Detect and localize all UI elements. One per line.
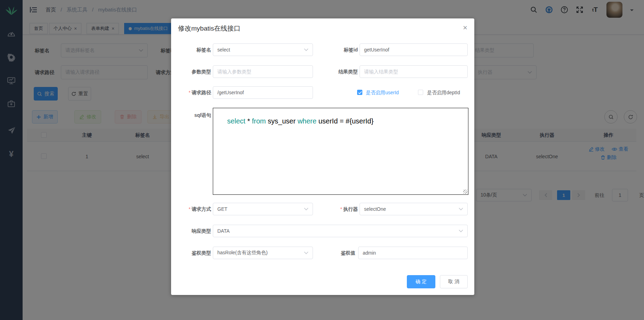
sql-keyword: select xyxy=(227,117,245,125)
auth-value-value[interactable] xyxy=(363,250,463,256)
request-path-input[interactable] xyxy=(213,86,313,99)
executor-label: *执行器 xyxy=(317,203,358,215)
required-asterisk: * xyxy=(189,206,191,212)
sql-text: * xyxy=(245,117,252,125)
request-path-value[interactable] xyxy=(217,90,308,95)
cancel-button[interactable]: 取 消 xyxy=(440,275,468,288)
sql-keyword: from xyxy=(252,117,266,125)
chevron-down-icon xyxy=(459,230,463,232)
auth-type-value[interactable] xyxy=(217,250,304,256)
response-type-label: 响应类型 xyxy=(175,225,211,237)
param-type-input[interactable] xyxy=(213,65,313,78)
enable-deptid-label[interactable]: 是否启用deptId xyxy=(427,86,460,99)
request-method-select[interactable] xyxy=(213,203,313,215)
request-path-label: *请求路径 xyxy=(175,86,211,99)
chevron-down-icon xyxy=(304,48,308,51)
chevron-down-icon xyxy=(459,208,463,210)
enable-userid-label[interactable]: 是否启用userId xyxy=(366,86,399,99)
param-type-value[interactable] xyxy=(217,69,308,74)
sql-keyword: where xyxy=(298,117,316,125)
chevron-down-icon xyxy=(304,251,308,254)
result-type-input[interactable] xyxy=(360,65,468,78)
enable-userid-checkbox[interactable] xyxy=(357,90,362,95)
dialog-title: 修改mybatis在线接口 xyxy=(178,24,240,33)
response-type-select[interactable] xyxy=(213,225,468,237)
chevron-down-icon xyxy=(304,208,308,210)
result-type-value[interactable] xyxy=(364,69,463,74)
tag-name-label: 标签名 xyxy=(175,43,211,56)
response-type-value[interactable] xyxy=(217,228,459,234)
sql-label: sql语句 xyxy=(175,109,211,121)
tag-id-input[interactable] xyxy=(360,43,468,56)
confirm-button[interactable]: 确 定 xyxy=(407,275,435,288)
dialog-close-icon[interactable]: × xyxy=(463,24,467,32)
edit-mybatis-dialog: 修改mybatis在线接口 × 标签名 标签id 参数类型 结果类型 *请求路径 xyxy=(171,18,474,295)
tag-name-select[interactable] xyxy=(213,43,313,56)
auth-value-label: 鉴权值 xyxy=(317,247,355,259)
executor-value[interactable] xyxy=(364,206,459,212)
request-method-value[interactable] xyxy=(217,206,304,212)
sql-text: userId = #{userId} xyxy=(316,117,373,125)
tag-id-value[interactable] xyxy=(364,47,463,53)
app-root: ¥ 首页 / 系统工具 / mybatis在线接口 xyxy=(0,0,644,320)
tag-name-value[interactable] xyxy=(217,47,304,53)
tag-id-label: 标签id xyxy=(310,43,358,56)
required-asterisk: * xyxy=(340,206,342,212)
sql-text: sys_user xyxy=(266,117,298,125)
check-icon xyxy=(358,91,362,94)
request-method-label: *请求方式 xyxy=(175,203,211,215)
auth-value-input[interactable] xyxy=(358,247,468,259)
param-type-label: 参数类型 xyxy=(175,65,211,78)
enable-deptid-checkbox[interactable] xyxy=(418,90,423,95)
result-type-label: 结果类型 xyxy=(310,65,358,78)
required-asterisk: * xyxy=(189,90,191,95)
auth-type-select[interactable] xyxy=(213,247,313,259)
executor-select[interactable] xyxy=(360,203,468,215)
auth-type-label: 鉴权类型 xyxy=(175,247,211,259)
sql-code-editor[interactable]: select * from sys_user where userId = #{… xyxy=(213,108,468,195)
resize-grip[interactable] xyxy=(463,190,467,194)
